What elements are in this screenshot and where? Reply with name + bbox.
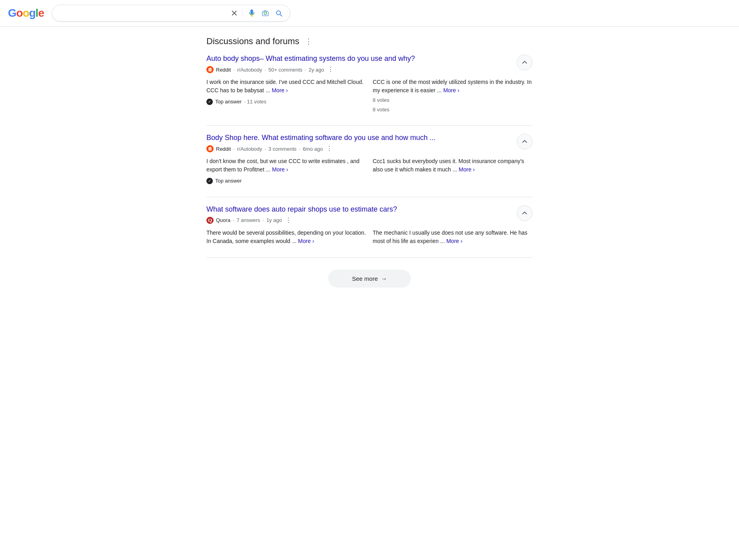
dot: · — [263, 217, 264, 223]
svg-point-8 — [210, 68, 212, 70]
more-link[interactable]: More › — [443, 87, 459, 93]
answers-grid-2: I don't know the cost, but we use CCC to… — [206, 157, 533, 185]
more-link[interactable]: More › — [272, 87, 288, 93]
chevron-up-icon — [521, 210, 528, 216]
svg-point-2 — [264, 12, 267, 15]
dot: · — [264, 67, 266, 73]
quora-icon: Q — [206, 217, 214, 224]
discussion-title-link-3[interactable]: What software does auto repair shops use… — [206, 205, 533, 214]
svg-point-17 — [210, 148, 212, 149]
more-link[interactable]: More › — [298, 238, 314, 244]
search-icon — [275, 9, 283, 17]
source-dot: · — [233, 67, 235, 73]
see-more-button[interactable]: See more → — [328, 270, 411, 288]
discussion-title-link-2[interactable]: Body Shop here. What estimating software… — [206, 134, 533, 142]
checkmark-icon: ✓ — [206, 178, 213, 184]
more-link[interactable]: More › — [272, 166, 288, 173]
search-submit-button[interactable] — [274, 8, 284, 18]
dot: · — [299, 146, 301, 152]
close-icon — [231, 10, 238, 17]
source-comments-1: 50+ comments — [268, 67, 303, 73]
voice-search-button[interactable] — [247, 8, 257, 18]
votes-text: 8 votes — [373, 106, 533, 114]
source-age-1: 2y ago — [309, 67, 324, 73]
top-answer-label: Top answer — [215, 177, 241, 185]
source-comments-3: 7 answers — [237, 217, 260, 223]
answer-col-2-2: Ccc1 sucks but everybody uses it. Most i… — [373, 157, 533, 185]
answers-grid-3: There would be several possibilities, de… — [206, 229, 533, 245]
more-link[interactable]: More › — [459, 166, 475, 173]
votes-text: 8 votes — [373, 96, 533, 104]
svg-point-5 — [209, 70, 210, 71]
source-row-1: Reddit·r/Autobody·50+ comments·2y ago⋮ — [206, 66, 533, 73]
dot: · — [264, 146, 266, 152]
source-subreddit-2: r/Autobody — [237, 146, 262, 152]
svg-point-16 — [208, 148, 210, 149]
clear-search-button[interactable] — [230, 9, 239, 18]
source-age-2: 6mo ago — [303, 146, 323, 152]
svg-point-20 — [211, 147, 211, 147]
top-answer-label: Top answer — [215, 98, 241, 106]
divider — [243, 9, 243, 17]
answer-col-3-2: The mechanic I usually use does not use … — [373, 229, 533, 245]
more-link[interactable]: More › — [446, 238, 462, 244]
chevron-up-icon — [521, 138, 528, 145]
see-more-label: See more — [352, 275, 378, 282]
collapse-button-2[interactable] — [517, 134, 533, 150]
search-input[interactable]: auto body software — [58, 10, 226, 17]
source-name-1: Reddit — [216, 67, 231, 73]
svg-point-7 — [208, 68, 210, 70]
discussions-container: Auto body shops– What estimating systems… — [206, 54, 533, 258]
source-row-3: QQuora·7 answers·1y ago⋮ — [206, 217, 533, 224]
svg-point-11 — [211, 68, 211, 68]
search-icons-group — [230, 8, 284, 18]
svg-point-14 — [209, 149, 210, 150]
source-subreddit-1: r/Autobody — [237, 67, 262, 73]
answer-col-3-1: There would be several possibilities, de… — [206, 229, 366, 245]
dot: · — [305, 67, 306, 73]
svg-point-6 — [210, 70, 211, 71]
answer-text: There would be several possibilities, de… — [206, 229, 366, 244]
source-comments-2: 3 comments — [268, 146, 297, 152]
source-dot: · — [233, 217, 234, 223]
source-name-3: Quora — [216, 217, 230, 223]
source-options-button-1[interactable]: ⋮ — [327, 66, 334, 73]
source-options-button-2[interactable]: ⋮ — [325, 146, 333, 152]
source-options-button-3[interactable]: ⋮ — [284, 217, 292, 224]
section-header: Discussions and forums ⋮ — [206, 36, 533, 47]
section-title: Discussions and forums — [206, 36, 299, 47]
site-header: Google auto body software — [0, 0, 739, 27]
discussion-card-3: What software does auto repair shops use… — [206, 205, 533, 258]
discussion-title-link-1[interactable]: Auto body shops– What estimating systems… — [206, 54, 533, 63]
svg-point-15 — [210, 149, 211, 150]
discussion-card-2: Body Shop here. What estimating software… — [206, 134, 533, 197]
see-more-arrow: → — [381, 275, 387, 282]
source-name-2: Reddit — [216, 146, 231, 152]
chevron-up-icon — [521, 59, 528, 66]
votes-label: · 11 votes — [244, 98, 266, 106]
collapse-button-1[interactable] — [517, 54, 533, 70]
source-row-2: Reddit·r/Autobody·3 comments·6mo ago⋮ — [206, 145, 533, 152]
answer-col-1-1: I work on the insurance side. I've used … — [206, 78, 366, 113]
google-logo[interactable]: Google — [8, 7, 44, 19]
answer-col-1-2: CCC is one of the most widely utilized s… — [373, 78, 533, 113]
checkmark-icon: ✓ — [206, 99, 213, 105]
see-more-row: See more → — [206, 266, 533, 288]
collapse-button-3[interactable] — [517, 205, 533, 221]
source-dot: · — [233, 146, 235, 152]
source-age-3: 1y ago — [266, 217, 282, 223]
top-answer-row: ✓Top answer · 11 votes — [206, 98, 366, 106]
reddit-icon — [206, 145, 214, 152]
camera-icon — [261, 9, 269, 17]
answer-text: Ccc1 sucks but everybody uses it. Most i… — [373, 158, 524, 173]
main-content: Discussions and forums ⋮ Auto body shops… — [198, 27, 541, 296]
lens-search-button[interactable] — [261, 8, 270, 18]
reddit-icon — [206, 66, 214, 73]
microphone-icon — [248, 9, 256, 17]
discussion-card-1: Auto body shops– What estimating systems… — [206, 54, 533, 126]
search-bar: auto body software — [52, 5, 290, 21]
answer-col-2-1: I don't know the cost, but we use CCC to… — [206, 157, 366, 185]
section-more-options-button[interactable]: ⋮ — [303, 37, 314, 46]
top-answer-row: ✓Top answer — [206, 177, 366, 185]
answers-grid-1: I work on the insurance side. I've used … — [206, 78, 533, 113]
